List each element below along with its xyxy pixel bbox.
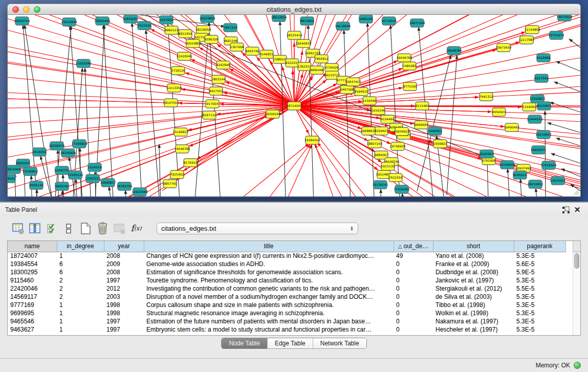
table-cell[interactable]: 0 xyxy=(394,268,433,276)
network-node[interactable]: 2803144 xyxy=(212,75,226,83)
table-cell[interactable]: 9463627 xyxy=(8,325,57,334)
table-cell[interactable]: 1 xyxy=(57,252,104,260)
network-node[interactable]: 1559821 xyxy=(433,140,447,148)
network-node[interactable]: 22420046 xyxy=(177,52,192,60)
table-cell[interactable]: 18300295 xyxy=(8,268,57,276)
table-cell[interactable]: 0 xyxy=(394,301,433,309)
table-cell[interactable]: 1998 xyxy=(104,309,144,317)
network-node[interactable]: 8990448 xyxy=(310,66,324,74)
table-cell[interactable]: 0 xyxy=(394,325,433,334)
network-node[interactable]: 2522554 xyxy=(389,173,403,182)
table-cell[interactable]: 9699695 xyxy=(8,309,57,317)
minimize-window-icon[interactable] xyxy=(23,6,30,13)
network-canvas[interactable]: 8960123891295418226058932750816543882818… xyxy=(7,15,581,197)
network-node[interactable]: 9227343 xyxy=(535,74,549,82)
network-node[interactable]: 7857224 xyxy=(224,24,237,32)
table-cell[interactable]: 18724007 xyxy=(8,252,57,260)
table-cell[interactable]: 5.3E-5 xyxy=(514,301,565,309)
new-table-icon[interactable] xyxy=(78,221,93,235)
table-cell[interactable]: 0 xyxy=(394,317,433,325)
network-node[interactable]: 8813054 xyxy=(300,17,314,25)
network-node[interactable]: 1616246 xyxy=(372,106,385,115)
network-node[interactable]: 8960123 xyxy=(165,26,179,34)
table-cell[interactable]: 1997 xyxy=(104,317,144,325)
table-cell[interactable]: 2 xyxy=(57,276,104,285)
network-node[interactable]: 10973439 xyxy=(496,43,512,52)
network-node[interactable]: 9554921 xyxy=(492,108,506,116)
select-all-icon[interactable] xyxy=(44,221,59,235)
network-node[interactable]: 1362615 xyxy=(298,62,312,71)
table-cell[interactable]: Dudbridge et al. (2008) xyxy=(433,268,514,276)
column-header-in_degree[interactable]: in_degree xyxy=(57,241,104,252)
delete-table-icon[interactable] xyxy=(112,221,127,235)
network-node[interactable]: 7515526 xyxy=(138,21,151,30)
table-cell[interactable]: 2008 xyxy=(104,252,144,260)
network-node[interactable]: 9505135 xyxy=(30,181,43,189)
network-node[interactable]: 20691406 xyxy=(95,17,111,25)
table-cell[interactable]: 0 xyxy=(394,293,433,301)
network-node[interactable]: 16782759 xyxy=(117,182,133,190)
scrollbar-thumb[interactable] xyxy=(574,253,579,269)
table-cell[interactable]: 2008 xyxy=(104,268,144,276)
network-node[interactable]: 8176915 xyxy=(184,159,198,167)
network-node[interactable]: 15166827 xyxy=(173,128,189,136)
table-cell[interactable]: 2003 xyxy=(104,293,144,301)
network-node[interactable]: 12444193 xyxy=(527,115,543,123)
table-cell[interactable]: 2012 xyxy=(104,285,144,293)
table-cell[interactable]: 5.3E-5 xyxy=(514,317,565,325)
vertical-scrollbar[interactable] xyxy=(573,252,580,336)
network-node[interactable]: 1216046 xyxy=(363,97,377,105)
table-cell[interactable]: Nakamura et al. (1997) xyxy=(433,317,514,325)
network-node[interactable]: 16210643 xyxy=(536,130,552,139)
close-window-icon[interactable] xyxy=(12,6,19,13)
network-node[interactable]: 12505135 xyxy=(68,171,83,179)
network-node[interactable]: 6734028 xyxy=(325,63,339,72)
network-node[interactable]: 9129966 xyxy=(537,54,551,62)
table-cell[interactable]: 2009 xyxy=(104,260,144,268)
network-node[interactable]: 7955812 xyxy=(315,55,329,63)
table-row[interactable]: 1872400712008Changes of HCN gene express… xyxy=(8,252,565,260)
table-cell[interactable]: 9465546 xyxy=(8,317,57,325)
network-node[interactable]: 17334266 xyxy=(394,185,410,193)
network-node[interactable]: 19218596 xyxy=(335,22,351,30)
table-cell[interactable]: Estimation of significance thresholds fo… xyxy=(144,268,394,276)
table-cell[interactable]: de Silva et al. (2003) xyxy=(433,293,514,301)
table-cell[interactable]: Yano et al. (2008) xyxy=(433,252,514,260)
network-node[interactable]: 6466160 xyxy=(359,15,373,23)
network-node[interactable]: 9105953 xyxy=(480,150,494,158)
table-row[interactable]: 1938455462009Genome-wide association stu… xyxy=(8,260,565,268)
network-node[interactable]: 15136141 xyxy=(373,181,388,189)
network-node[interactable]: 18807243 xyxy=(367,140,383,148)
network-node[interactable]: 917004 xyxy=(206,100,219,108)
network-node[interactable]: 9146821 xyxy=(260,50,274,58)
network-node[interactable]: 9108001 xyxy=(8,174,16,183)
table-cell[interactable]: Embryonic stem cells: a model to study s… xyxy=(144,325,394,334)
table-row[interactable]: 2242004622012Investigating the contribut… xyxy=(8,285,565,293)
network-node[interactable]: 7485083 xyxy=(403,62,417,70)
network-node[interactable]: 15654923 xyxy=(394,127,410,136)
network-node[interactable]: 10719155 xyxy=(381,17,397,25)
network-node[interactable]: 16033809 xyxy=(200,15,215,23)
network-node[interactable]: 18325419 xyxy=(287,31,302,39)
table-cell[interactable]: 5.3E-5 xyxy=(514,325,565,334)
network-node[interactable]: 18210952 xyxy=(528,180,543,188)
table-cell[interactable]: 1998 xyxy=(104,301,144,309)
network-node[interactable]: 8215953 xyxy=(537,102,551,110)
network-node[interactable]: 16648784 xyxy=(446,47,462,55)
network-node[interactable]: 15975024 xyxy=(557,15,573,21)
network-node[interactable]: 18724007 xyxy=(287,102,302,110)
network-node[interactable]: 15692971 xyxy=(531,146,547,154)
column-header-title[interactable]: title xyxy=(144,241,394,252)
table-cell[interactable]: 1997 xyxy=(104,325,144,334)
table-cell[interactable]: Franke et al. (2009) xyxy=(433,260,514,268)
network-node[interactable]: 17957223 xyxy=(85,174,101,183)
table-cell[interactable]: 22420046 xyxy=(8,285,57,293)
network-node[interactable]: 1588520 xyxy=(273,55,287,63)
close-panel-icon[interactable]: ✕ xyxy=(572,205,583,215)
table-cell[interactable]: Tibbo et al. (1998) xyxy=(433,301,514,309)
table-cell[interactable]: 9115460 xyxy=(8,276,57,285)
table-cell[interactable]: Stergiakouli et al. (2012) xyxy=(433,285,514,293)
network-node[interactable]: 11675331 xyxy=(550,177,566,185)
network-node[interactable]: 8454749 xyxy=(246,47,259,55)
table-row[interactable]: 946554611997Estimation of the future num… xyxy=(8,317,565,325)
